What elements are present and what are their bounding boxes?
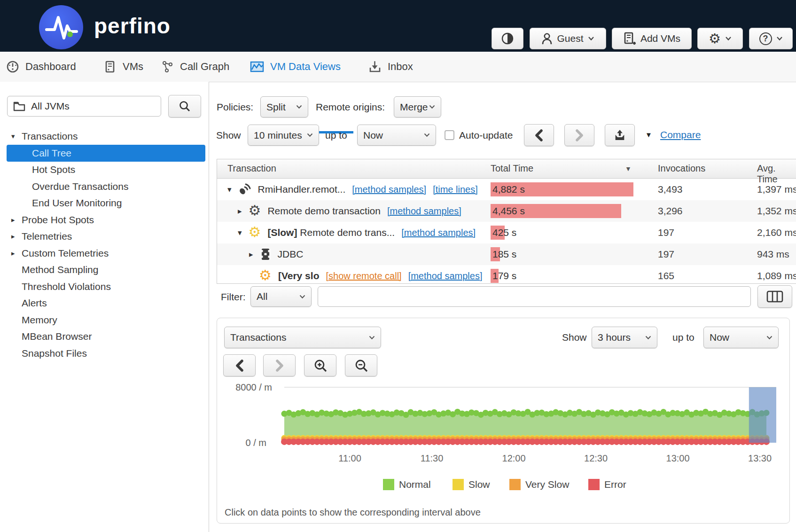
show-remote-call-link[interactable]: [show remote call] <box>326 271 401 282</box>
compare-link[interactable]: Compare <box>660 129 701 141</box>
sidebar-item-method-sampling[interactable]: Method Sampling <box>0 261 209 278</box>
method-samples-link[interactable]: [method samples] <box>387 206 461 217</box>
legend-item-very-slow: Very Slow <box>509 479 569 490</box>
transaction-cell: ▾RmiHandler.remot...[method samples][tim… <box>227 179 478 200</box>
col-total-time[interactable]: Total Time <box>491 163 533 174</box>
remote-origins-value: Merge <box>400 102 428 113</box>
search-button[interactable] <box>168 95 201 117</box>
export-button[interactable] <box>605 124 635 146</box>
chevron-down-icon <box>776 36 783 41</box>
help-menu-button[interactable]: ? <box>749 28 793 49</box>
row-collapsed-icon[interactable]: ▸ <box>238 206 242 216</box>
sidebar-item-hot-spots[interactable]: Hot Spots <box>0 161 209 178</box>
inbox-icon <box>368 60 382 73</box>
sidebar-item-memory[interactable]: Memory <box>0 312 209 329</box>
tree-expanded-icon[interactable]: ▾ <box>11 132 15 141</box>
method-samples-link[interactable]: [method samples] <box>401 227 476 238</box>
tree-collapsed-icon[interactable]: ▸ <box>11 216 15 224</box>
perfino-app: perfino GuestAdd VMs⚙? DashboardVMsCall … <box>0 0 796 532</box>
table-row[interactable]: ▸⚙Remote demo transaction[method samples… <box>217 200 796 222</box>
sidebar-item-transactions[interactable]: ▾Transactions <box>0 128 209 145</box>
table-row[interactable]: ⚙[Very slo[show remote call][method samp… <box>217 265 796 284</box>
tree-collapsed-icon[interactable]: ▸ <box>11 232 15 241</box>
perfino-logo-icon <box>39 5 83 49</box>
policies-value: Split <box>266 102 286 113</box>
chart-selection-band[interactable] <box>749 387 776 443</box>
sidebar-item-custom-telemetries[interactable]: ▸Custom Telemetries <box>0 245 209 262</box>
tab-dashboard[interactable]: Dashboard <box>6 52 76 82</box>
configure-columns-button[interactable] <box>757 285 792 308</box>
tab-inbox[interactable]: Inbox <box>368 52 413 82</box>
table-row[interactable]: ▾RmiHandler.remot...[method samples][tim… <box>217 179 796 200</box>
add-vm-icon <box>623 31 636 46</box>
row-expanded-icon[interactable]: ▾ <box>227 185 232 195</box>
row-collapsed-icon[interactable]: ▸ <box>249 250 253 259</box>
method-samples-link[interactable]: [method samples] <box>408 271 483 282</box>
remote-origins-select[interactable]: Merge <box>394 96 441 117</box>
call-graph-icon <box>161 60 174 73</box>
add-vms-button[interactable]: Add VMs <box>612 28 692 49</box>
svg-text:11:00: 11:00 <box>338 453 361 463</box>
filter-input[interactable] <box>318 286 751 307</box>
gear-transaction-icon: ⚙ <box>249 203 261 218</box>
auto-update-label: Auto-update <box>459 130 513 141</box>
sort-desc-icon[interactable]: ▼ <box>625 165 632 172</box>
transaction-cell: ▸⚙Remote demo transaction[method samples… <box>238 200 461 222</box>
legend-label: Normal <box>399 479 431 490</box>
legend-item-slow: Slow <box>453 479 490 490</box>
dark-mode-moon-icon <box>501 32 514 45</box>
legend-item-error: Error <box>588 479 626 490</box>
compare-collapse-arrow[interactable]: ▼ <box>645 131 652 139</box>
method-samples-link[interactable]: [time lines] <box>433 184 478 195</box>
row-expanded-icon[interactable]: ▾ <box>238 228 242 238</box>
show-range-select[interactable]: 10 minutes <box>248 125 319 146</box>
table-row[interactable]: ▾⚙[Slow] Remote demo trans...[method sam… <box>217 222 796 243</box>
sidebar-item-alerts[interactable]: Alerts <box>0 295 209 312</box>
chevron-down-icon <box>424 133 430 137</box>
tree-collapsed-icon[interactable]: ▸ <box>11 249 15 258</box>
settings-menu-button[interactable]: ⚙ <box>697 28 743 49</box>
tree-item-label: End User Monitoring <box>32 197 122 209</box>
tab-call-graph[interactable]: Call Graph <box>161 52 229 82</box>
table-previous-button[interactable] <box>524 124 554 146</box>
jvm-selector[interactable]: All JVMs <box>7 96 161 117</box>
method-samples-link[interactable]: [method samples] <box>352 184 426 195</box>
table-row[interactable]: ▸JDBC185 s197943 ms <box>217 243 796 265</box>
sidebar-item-mbean-browser[interactable]: MBean Browser <box>0 328 209 345</box>
theme-toggle-button[interactable] <box>492 28 523 49</box>
avg-time-value: 1,352 ms <box>757 200 796 222</box>
table-next-button[interactable] <box>564 124 594 146</box>
chevron-down-icon <box>296 105 302 109</box>
avg-time-value: 943 ms <box>757 243 789 265</box>
tab-vms[interactable]: VMs <box>103 52 143 82</box>
transactions-rate-chart[interactable]: 8000 / m0 / m11:0011:3012:0012:3013:0013… <box>217 318 789 523</box>
sidebar-item-threshold-violations[interactable]: Threshold Violations <box>0 278 209 295</box>
sidebar-item-snapshot-files[interactable]: Snapshot Files <box>0 345 209 362</box>
chevron-down-icon <box>429 105 435 109</box>
transaction-name: [Slow] Remote demo trans... <box>267 227 395 238</box>
invocations-value: 197 <box>658 222 674 243</box>
total-time-value: 179 s <box>492 265 516 284</box>
upto-select[interactable]: Now <box>357 125 436 146</box>
sidebar-item-call-tree[interactable]: Call Tree <box>7 145 205 162</box>
total-time-value: 425 s <box>492 222 516 243</box>
sidebar-item-overdue-transactions[interactable]: Overdue Transactions <box>0 178 209 195</box>
policies-select[interactable]: Split <box>260 96 308 117</box>
sidebar-item-end-user-monitoring[interactable]: End User Monitoring <box>0 195 209 211</box>
svg-text:13:00: 13:00 <box>666 453 690 463</box>
add-vms-label: Add VMs <box>640 33 680 44</box>
auto-update-checkbox[interactable] <box>445 130 454 140</box>
svg-text:11:30: 11:30 <box>421 453 444 463</box>
col-transaction[interactable]: Transaction <box>227 163 276 174</box>
filter-type-select[interactable]: All <box>250 286 312 307</box>
col-avg-time[interactable]: Avg. Time <box>757 163 796 185</box>
col-invocations[interactable]: Invocations <box>658 163 705 174</box>
tree-item-label: Telemetries <box>22 231 72 242</box>
tab-vm-data-views[interactable]: VM Data Views <box>250 52 341 82</box>
sidebar-item-probe-hot-spots[interactable]: ▸Probe Hot Spots <box>0 211 209 228</box>
tree-item-label: Transactions <box>22 131 78 142</box>
sidebar-item-telemetries[interactable]: ▸Telemetries <box>0 228 209 245</box>
guest-menu-button[interactable]: Guest <box>530 28 606 49</box>
invocations-value: 197 <box>658 243 674 265</box>
avg-time-value: 1,089 ms <box>757 265 796 284</box>
